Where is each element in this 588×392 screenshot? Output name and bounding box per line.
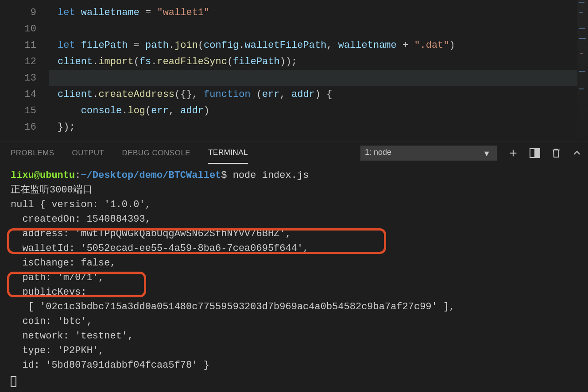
terminal-body[interactable]: lixu@ubuntu:~/Desktop/demo/BTCWallet$ no…: [0, 164, 588, 392]
code-line[interactable]: console.log(err, addr): [49, 103, 588, 119]
terminal-line: address: 'mwtTPpQWGkQabUqgAwSN62SfhNYVV7…: [11, 228, 291, 239]
terminal-command: node index.js: [233, 170, 309, 181]
tab-output[interactable]: OUTPUT: [72, 142, 104, 163]
terminal-line: [ '02c1c3bdbc715a3dd0a051480c77559593203…: [11, 301, 455, 312]
terminal-line: id: '5bd807a91dabbf04fcaa5f78' }: [11, 360, 209, 371]
terminal-select[interactable]: 1: node ▼: [360, 146, 497, 161]
terminal-line: network: 'testnet',: [11, 331, 133, 342]
line-number: 9: [0, 4, 49, 21]
code-line[interactable]: client.createAddress({}, function (err, …: [49, 86, 588, 103]
terminal-line: coin: 'btc',: [11, 316, 93, 327]
terminal-cursor: [11, 376, 16, 387]
code-line[interactable]: [49, 70, 588, 86]
tab-debug-console[interactable]: DEBUG CONSOLE: [122, 142, 190, 163]
terminal-userhost: lixu@ubuntu: [11, 170, 75, 181]
line-number: 10: [0, 21, 49, 37]
code-line[interactable]: let walletname = "wallet1": [49, 4, 588, 21]
panel-tabs: PROBLEMS OUTPUT DEBUG CONSOLE TERMINAL 1…: [0, 142, 588, 164]
line-number: 14: [0, 86, 49, 103]
chevron-down-icon: ▼: [483, 149, 491, 158]
terminal-line: path: 'm/0/1',: [11, 272, 104, 283]
terminal-line: createdOn: 1540884393,: [11, 214, 151, 225]
terminal-line: null { version: '1.0.0',: [11, 199, 151, 210]
code-body[interactable]: let walletname = "wallet1" let filePath …: [49, 0, 588, 142]
line-number: 16: [0, 119, 49, 135]
line-number: 12: [0, 54, 49, 70]
terminal-line: walletId: '5052ecad-ee55-4a59-8ba6-7cea0…: [11, 243, 309, 254]
terminal-select-value: 1: node: [365, 148, 391, 157]
terminal-colon: :: [75, 170, 81, 181]
terminal-dollar: $: [221, 170, 232, 181]
code-line[interactable]: });: [49, 119, 588, 135]
tab-terminal[interactable]: TERMINAL: [208, 142, 248, 164]
plus-icon[interactable]: [508, 148, 518, 158]
code-line[interactable]: let filePath = path.join(config.walletFi…: [49, 37, 588, 54]
terminal-line: publicKeys:: [11, 287, 87, 298]
terminal-line: isChange: false,: [11, 257, 116, 269]
trash-icon[interactable]: [552, 148, 561, 158]
bottom-panel: PROBLEMS OUTPUT DEBUG CONSOLE TERMINAL 1…: [0, 142, 588, 392]
editor[interactable]: 9 10 11 12 13 14 15 16 let walletname = …: [0, 0, 588, 142]
terminal-line: type: 'P2PKH',: [11, 345, 104, 356]
line-number: 11: [0, 37, 49, 54]
chevron-up-icon[interactable]: [572, 148, 582, 158]
minimap[interactable]: [577, 0, 588, 142]
tab-problems[interactable]: PROBLEMS: [11, 142, 54, 163]
terminal-line: 正在监听3000端口: [11, 184, 93, 196]
code-line[interactable]: client.import(fs.readFileSync(filePath))…: [49, 54, 588, 70]
line-number: 13: [0, 70, 49, 86]
line-gutter: 9 10 11 12 13 14 15 16: [0, 0, 49, 142]
svg-rect-3: [535, 149, 540, 158]
line-number: 15: [0, 103, 49, 119]
split-panel-icon[interactable]: [530, 148, 540, 158]
code-line[interactable]: [49, 21, 588, 37]
terminal-path: ~/Desktop/demo/BTCWallet: [81, 170, 221, 181]
